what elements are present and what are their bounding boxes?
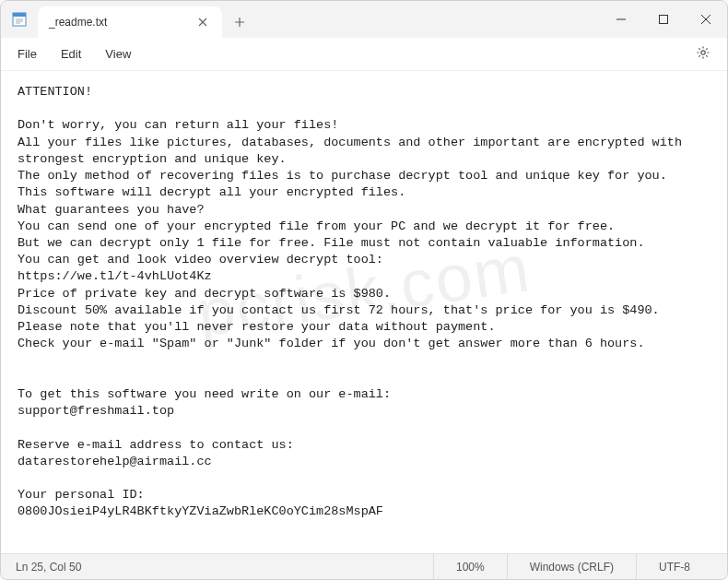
status-cursor-position: Ln 25, Col 50 bbox=[16, 561, 433, 574]
menu-file[interactable]: File bbox=[10, 43, 53, 65]
svg-point-13 bbox=[701, 50, 705, 53]
text-content[interactable]: ATTENTION! Don't worry, you can return a… bbox=[1, 71, 727, 555]
menubar: File Edit View bbox=[1, 38, 727, 71]
tab-readme[interactable]: _readme.txt bbox=[38, 6, 222, 38]
close-window-button[interactable] bbox=[685, 1, 727, 38]
maximize-button[interactable] bbox=[642, 1, 685, 38]
notepad-app-icon bbox=[1, 1, 38, 38]
menu-edit[interactable]: Edit bbox=[53, 43, 98, 65]
status-encoding[interactable]: UTF-8 bbox=[636, 554, 712, 579]
statusbar: Ln 25, Col 50 100% Windows (CRLF) UTF-8 bbox=[1, 553, 727, 579]
svg-rect-1 bbox=[13, 13, 26, 17]
title-bar: _readme.txt bbox=[1, 1, 727, 38]
new-tab-button[interactable] bbox=[226, 8, 253, 36]
status-zoom[interactable]: 100% bbox=[433, 554, 507, 579]
tab-title: _readme.txt bbox=[49, 16, 107, 29]
gear-icon[interactable] bbox=[688, 41, 718, 67]
menu-view[interactable]: View bbox=[98, 43, 147, 65]
minimize-button[interactable] bbox=[600, 1, 642, 38]
window-controls bbox=[600, 1, 727, 38]
close-tab-icon[interactable] bbox=[194, 13, 211, 31]
svg-rect-10 bbox=[660, 16, 668, 24]
status-eol[interactable]: Windows (CRLF) bbox=[507, 554, 636, 579]
